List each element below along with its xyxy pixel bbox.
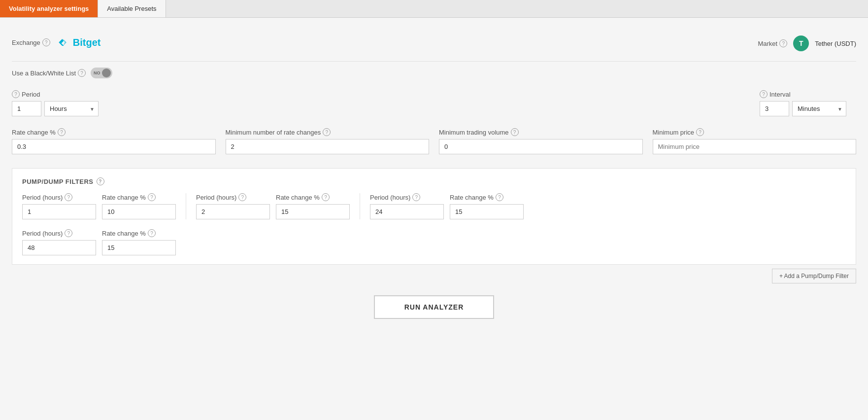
exchange-help-icon[interactable]: ? [42, 38, 50, 46]
exchange-section: Exchange ? Bitget [12, 35, 101, 49]
pump-period-help-1[interactable]: ? [238, 193, 246, 201]
pump-period-label-1: Period (hours) ? [196, 193, 270, 201]
min-trading-volume-group: Minimum trading volume ? [439, 128, 643, 154]
pump-period-input-3[interactable] [22, 240, 96, 255]
period-inputs: Hours Minutes Days ▼ [12, 101, 99, 116]
pump-row-1: Period (hours) ? Rate change % ? [22, 193, 846, 219]
pump-period-2: Period (hours) ? [370, 193, 444, 219]
interval-unit-select-wrapper: Minutes Hours Days ▼ [792, 101, 846, 116]
pump-period-help-0[interactable]: ? [65, 193, 72, 201]
toggle-no-label: NO [94, 70, 100, 75]
period-help-icon[interactable]: ? [12, 90, 20, 98]
min-trading-volume-help-icon[interactable]: ? [511, 128, 519, 136]
min-rate-changes-help-icon[interactable]: ? [323, 128, 331, 136]
pump-rate-label-2: Rate change % ? [450, 193, 524, 201]
interval-help-icon[interactable]: ? [760, 90, 768, 98]
run-analyzer-button[interactable]: RUN ANALYZER [374, 295, 495, 319]
run-analyzer-row: RUN ANALYZER [12, 295, 856, 319]
rate-change-pct-help-icon[interactable]: ? [58, 128, 66, 136]
pump-period-input-0[interactable] [22, 204, 96, 219]
period-interval-row: ? Period Hours Minutes Days ▼ ? Interval [12, 90, 856, 116]
pump-rate-0: Rate change % ? [102, 193, 176, 219]
separator-1 [12, 61, 856, 62]
exchange-market-row: Exchange ? Bitget Market ? T Tether (USD… [12, 28, 856, 55]
main-fields-row: Rate change % ? Minimum number of rate c… [12, 128, 856, 154]
market-name: Tether (USDT) [815, 40, 856, 47]
min-price-help-icon[interactable]: ? [696, 128, 704, 136]
min-price-input[interactable] [653, 139, 857, 154]
pump-rate-3: Rate change % ? [102, 229, 176, 255]
pump-period-3: Period (hours) ? [22, 229, 96, 255]
pump-rate-input-2[interactable] [450, 204, 524, 219]
pump-rate-input-3[interactable] [102, 240, 176, 255]
add-pump-dump-filter-button[interactable]: + Add a Pump/Dump Filter [772, 269, 856, 283]
pump-filter-2: Period (hours) ? Rate change % ? [370, 193, 524, 219]
market-help-icon[interactable]: ? [779, 39, 787, 47]
pump-period-label-3: Period (hours) ? [22, 229, 96, 237]
pump-separator-2 [360, 193, 360, 219]
pump-rate-label-0: Rate change % ? [102, 193, 176, 201]
pump-period-input-2[interactable] [370, 204, 444, 219]
market-label: Market ? [758, 39, 787, 47]
pump-period-0: Period (hours) ? [22, 193, 96, 219]
interval-group: ? Interval Minutes Hours Days ▼ [760, 90, 856, 116]
pump-period-help-3[interactable]: ? [65, 229, 72, 237]
pump-rate-help-3[interactable]: ? [148, 229, 156, 237]
pump-rate-help-1[interactable]: ? [322, 193, 330, 201]
pump-rate-label-1: Rate change % ? [276, 193, 350, 201]
pump-period-1: Period (hours) ? [196, 193, 270, 219]
pump-rate-label-3: Rate change % ? [102, 229, 176, 237]
min-price-label: Minimum price ? [653, 128, 857, 136]
pump-separator-1 [186, 193, 186, 219]
blackwhitelist-toggle[interactable]: NO [91, 68, 112, 78]
blackwhitelist-help-icon[interactable]: ? [78, 69, 86, 77]
pump-filter-1: Period (hours) ? Rate change % ? [196, 193, 350, 219]
pump-period-input-1[interactable] [196, 204, 270, 219]
min-price-group: Minimum price ? [653, 128, 857, 154]
pump-rate-2: Rate change % ? [450, 193, 524, 219]
period-group: ? Period Hours Minutes Days ▼ [12, 90, 99, 116]
pump-rate-help-0[interactable]: ? [148, 193, 156, 201]
period-value-input[interactable] [12, 101, 41, 116]
pump-dump-help-icon[interactable]: ? [97, 177, 104, 185]
interval-unit-select[interactable]: Minutes Hours Days [792, 101, 846, 116]
pump-dump-title: PUMP/DUMP FILTERS ? [22, 177, 846, 185]
pump-rate-1: Rate change % ? [276, 193, 350, 219]
bitget-logo: Bitget [56, 35, 101, 49]
toggle-knob [102, 69, 111, 77]
add-filter-row: + Add a Pump/Dump Filter [12, 269, 856, 283]
pump-filter-0: Period (hours) ? Rate change % ? [22, 193, 176, 219]
period-unit-select-wrapper: Hours Minutes Days ▼ [44, 101, 99, 116]
min-rate-changes-input[interactable] [226, 139, 430, 154]
pump-period-label-2: Period (hours) ? [370, 193, 444, 201]
rate-change-pct-input[interactable] [12, 139, 216, 154]
interval-value-input[interactable] [760, 101, 789, 116]
bitget-svg-icon [56, 35, 70, 49]
min-rate-changes-group: Minimum number of rate changes ? [226, 128, 430, 154]
interval-label: ? Interval [760, 90, 846, 98]
pump-row-2: Period (hours) ? Rate change % ? [22, 229, 846, 255]
pump-rate-input-0[interactable] [102, 204, 176, 219]
main-content: Exchange ? Bitget Market ? T Tether (USD… [0, 18, 868, 420]
rate-change-pct-group: Rate change % ? [12, 128, 216, 154]
period-unit-select[interactable]: Hours Minutes Days [44, 101, 99, 116]
pump-rate-help-2[interactable]: ? [496, 193, 503, 201]
min-rate-changes-label: Minimum number of rate changes ? [226, 128, 430, 136]
pump-dump-section: PUMP/DUMP FILTERS ? Period (hours) ? Rat… [12, 168, 856, 265]
period-label: ? Period [12, 90, 99, 98]
market-section: Market ? T Tether (USDT) [758, 35, 856, 51]
interval-inputs: Minutes Hours Days ▼ [760, 101, 846, 116]
tab-bar: Volatility analyzer settings Available P… [0, 0, 868, 18]
min-trading-volume-label: Minimum trading volume ? [439, 128, 643, 136]
pump-rate-input-1[interactable] [276, 204, 350, 219]
blackwhitelist-label: Use a Black/White List ? [12, 69, 86, 77]
tether-icon: T [793, 35, 809, 51]
pump-period-help-2[interactable]: ? [412, 193, 420, 201]
rate-change-pct-label: Rate change % ? [12, 128, 216, 136]
blackwhitelist-row: Use a Black/White List ? NO [12, 68, 856, 78]
tab-presets[interactable]: Available Presets [98, 0, 166, 17]
tab-volatility[interactable]: Volatility analyzer settings [0, 0, 98, 17]
min-trading-volume-input[interactable] [439, 139, 643, 154]
pump-period-label-0: Period (hours) ? [22, 193, 96, 201]
exchange-label: Exchange ? [12, 38, 50, 46]
